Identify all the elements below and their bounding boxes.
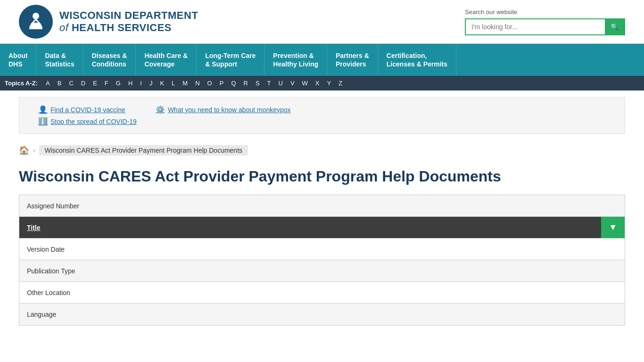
az-k[interactable]: K	[157, 79, 167, 88]
svg-point-0	[33, 13, 39, 19]
az-z[interactable]: Z	[335, 79, 346, 88]
table-row-language: Language	[19, 304, 625, 325]
az-r[interactable]: R	[240, 79, 251, 88]
search-box: 🔍	[465, 18, 625, 35]
monkeypox-link[interactable]: ⚙️ What you need to know about monkeypox	[156, 105, 291, 114]
org-name: WISCONSIN DEPARTMENT of HEALTH SERVICES	[59, 9, 198, 34]
language-label: Language	[19, 305, 625, 324]
nav-about[interactable]: AboutDHS	[0, 44, 36, 76]
az-h[interactable]: H	[125, 79, 136, 88]
nav-partners[interactable]: Partners &Providers	[327, 44, 378, 76]
az-bar: Topics A-Z: A B C D E F G H I J K L M N …	[0, 76, 644, 90]
table-row-location: Other Location	[19, 282, 625, 304]
nav-prevention[interactable]: Prevention &Healthy Living	[264, 44, 327, 76]
az-a[interactable]: A	[42, 79, 53, 88]
az-i[interactable]: I	[137, 79, 145, 88]
breadcrumb-separator: ›	[33, 147, 35, 154]
publication-type-label: Publication Type	[19, 262, 625, 280]
nav-longterm[interactable]: Long-Term Care& Support	[197, 44, 264, 76]
sort-button[interactable]: ▼	[601, 217, 625, 238]
home-icon[interactable]: 🏠	[19, 145, 29, 156]
logo-area: WISCONSIN DEPARTMENT of HEALTH SERVICES	[19, 5, 198, 39]
assigned-number-label: Assigned Number	[19, 197, 625, 215]
az-y[interactable]: Y	[324, 79, 335, 88]
person-icon: 👤	[38, 105, 48, 114]
az-x[interactable]: X	[312, 79, 323, 88]
az-j[interactable]: J	[146, 79, 156, 88]
table-row-version: Version Date	[19, 239, 625, 260]
site-header: WISCONSIN DEPARTMENT of HEALTH SERVICES …	[0, 0, 644, 44]
az-c[interactable]: C	[66, 79, 76, 88]
az-n[interactable]: N	[192, 79, 203, 88]
main-nav: AboutDHS Data &Statistics Diseases &Cond…	[0, 44, 644, 76]
az-w[interactable]: W	[299, 79, 311, 88]
alerts-right: ⚙️ What you need to know about monkeypox	[156, 105, 291, 126]
az-f[interactable]: F	[101, 79, 112, 88]
az-v[interactable]: V	[287, 79, 298, 88]
az-u[interactable]: U	[275, 79, 286, 88]
other-location-label: Other Location	[19, 283, 625, 302]
logo-text: WISCONSIN DEPARTMENT of HEALTH SERVICES	[59, 9, 198, 34]
nav-healthcare[interactable]: Health Care &Coverage	[136, 44, 197, 76]
az-e[interactable]: E	[90, 79, 100, 88]
nav-certification[interactable]: Certification,Licenses & Permits	[378, 44, 456, 76]
page-title: Wisconsin CARES Act Provider Payment Pro…	[0, 160, 644, 195]
az-b[interactable]: B	[54, 79, 65, 88]
az-p[interactable]: P	[216, 79, 227, 88]
info-icon: ℹ️	[38, 117, 48, 126]
search-area: Search our website 🔍	[465, 8, 625, 35]
az-g[interactable]: G	[113, 79, 124, 88]
search-button[interactable]: 🔍	[605, 19, 624, 34]
breadcrumb: 🏠 › Wisconsin CARES Act Provider Payment…	[0, 140, 644, 160]
az-m[interactable]: M	[179, 79, 191, 88]
covid-spread-link[interactable]: ℹ️ Stop the spread of COVID-19	[38, 117, 137, 126]
alerts-bar: 👤 Find a COVID-19 vaccine ℹ️ Stop the sp…	[19, 97, 625, 134]
search-label: Search our website	[465, 8, 625, 16]
covid-vaccine-link[interactable]: 👤 Find a COVID-19 vaccine	[38, 105, 137, 114]
version-date-label: Version Date	[19, 240, 625, 259]
az-l[interactable]: L	[168, 79, 178, 88]
table-row-assigned: Assigned Number	[19, 195, 625, 217]
nav-data[interactable]: Data &Statistics	[36, 44, 83, 76]
az-t[interactable]: T	[264, 79, 274, 88]
az-q[interactable]: Q	[228, 79, 239, 88]
table-row-publication: Publication Type	[19, 260, 625, 282]
az-s[interactable]: S	[252, 79, 263, 88]
nav-diseases[interactable]: Diseases &Conditions	[83, 44, 136, 76]
breadcrumb-current: Wisconsin CARES Act Provider Payment Pro…	[39, 145, 248, 156]
az-label: Topics A-Z:	[5, 80, 38, 87]
title-sort-label[interactable]: Title	[19, 218, 601, 237]
search-input[interactable]	[466, 19, 605, 34]
alerts-left: 👤 Find a COVID-19 vaccine ℹ️ Stop the sp…	[38, 105, 137, 126]
table-row-title: Title ▼	[19, 217, 625, 239]
az-o[interactable]: O	[204, 79, 215, 88]
gear-icon: ⚙️	[156, 105, 165, 114]
document-table: Assigned Number Title ▼ Version Date Pub…	[19, 195, 625, 326]
logo-icon	[19, 5, 53, 39]
az-d[interactable]: D	[78, 79, 89, 88]
